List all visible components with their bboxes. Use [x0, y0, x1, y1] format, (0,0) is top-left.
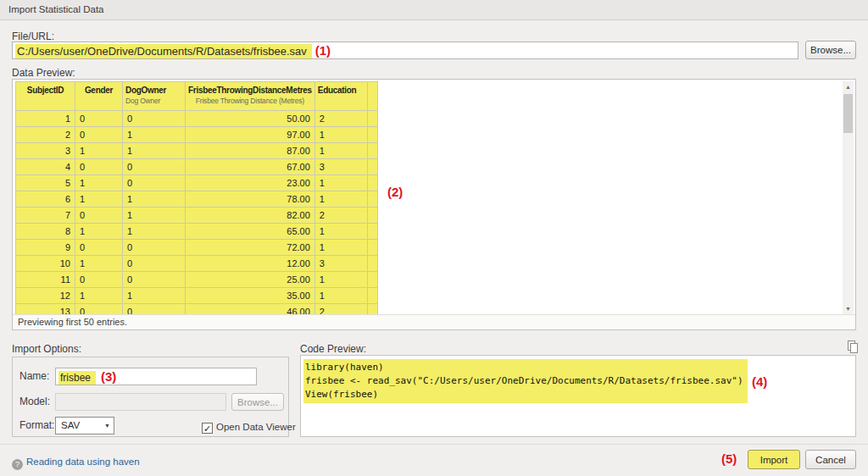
table-cell: 0 — [123, 256, 186, 272]
table-row: 90072.001 — [16, 240, 378, 256]
help-icon: ? — [12, 459, 23, 470]
table-cell: 1 — [123, 191, 186, 208]
scrollbar-thumb[interactable] — [843, 94, 853, 133]
open-data-viewer-label: Open Data Viewer — [216, 422, 296, 432]
table-cell: 65.00 — [186, 224, 315, 240]
annotation-1: (1) — [315, 43, 331, 58]
table-cell: 8 — [16, 224, 75, 240]
model-input[interactable] — [55, 393, 226, 411]
table-cell: 72.00 — [186, 240, 315, 256]
table-cell: 7 — [16, 208, 75, 224]
scroll-down-icon[interactable]: ▼ — [843, 303, 854, 314]
scroll-up-icon[interactable]: ▲ — [843, 81, 854, 92]
annotation-3: (3) — [101, 369, 116, 384]
table-cell: 78.00 — [186, 191, 315, 208]
code-line-1: library(haven) — [305, 361, 746, 374]
table-cell: 4 — [16, 159, 75, 175]
table-row: 70182.002 — [16, 208, 378, 224]
annotation-2: (2) — [387, 185, 403, 199]
table-cell: 6 — [16, 191, 75, 208]
table-cell: 9 — [16, 240, 75, 256]
table-cell: 2 — [314, 208, 367, 224]
bottom-divider — [0, 444, 868, 445]
table-cell: 1 — [123, 143, 186, 159]
table-cell: 1 — [75, 175, 123, 191]
import-button[interactable]: Import — [748, 450, 800, 469]
table-cell — [367, 272, 377, 288]
table-cell: 97.00 — [186, 127, 315, 143]
browse-button[interactable]: Browse... — [805, 41, 856, 59]
checkbox-check-icon: ✓ — [202, 423, 213, 434]
model-label: Model: — [19, 396, 50, 407]
open-data-viewer-checkbox[interactable]: ✓Open Data Viewer — [202, 418, 296, 434]
column-header-gender[interactable]: Gender — [75, 82, 123, 111]
table-cell: 1 — [123, 127, 186, 143]
table-cell: 50.00 — [186, 111, 315, 127]
format-select[interactable]: SAV▼ — [55, 417, 114, 434]
table-cell: 11 — [16, 272, 75, 288]
table-cell: 12.00 — [186, 256, 315, 272]
column-header-subjectid[interactable]: SubjectID — [16, 82, 75, 111]
table-cell — [367, 191, 377, 208]
vertical-scrollbar[interactable]: ▲ ▼ — [843, 81, 854, 314]
table-cell: 1 — [314, 143, 367, 159]
name-input[interactable]: frisbee(3) — [55, 368, 257, 385]
format-selected-value: SAV — [61, 420, 80, 430]
table-cell: 0 — [75, 208, 123, 224]
table-row: 31187.001 — [16, 143, 378, 159]
format-label: Format: — [19, 419, 54, 431]
table-cell: 1 — [75, 256, 123, 272]
table-row: 101012.003 — [16, 256, 378, 272]
copy-icon[interactable] — [847, 340, 859, 354]
table-cell: 2 — [16, 127, 75, 143]
code-preview-box[interactable]: library(haven) frisbee <- read_sav("C:/U… — [300, 355, 856, 437]
table-cell: 1 — [314, 240, 367, 256]
table-cell: 0 — [123, 159, 186, 175]
table-cell: 1 — [75, 288, 123, 304]
table-cell: 3 — [16, 143, 75, 159]
table-cell — [367, 127, 377, 143]
file-url-input[interactable]: C:/Users/user/OneDrive/Documents/R/Datas… — [12, 42, 798, 59]
table-cell — [367, 240, 377, 256]
table-row: 20197.001 — [16, 127, 378, 143]
name-label: Name: — [19, 370, 49, 382]
table-row: 81165.001 — [16, 224, 378, 240]
column-header-dogowner[interactable]: DogOwnerDog Owner — [123, 82, 186, 111]
table-cell: 1 — [314, 288, 367, 304]
table-cell: 12 — [16, 288, 75, 304]
table-cell — [367, 208, 377, 224]
table-cell: 1 — [123, 288, 186, 304]
table-cell: 87.00 — [186, 143, 315, 159]
annotation-4: (4) — [752, 374, 767, 389]
table-cell: 82.00 — [186, 208, 315, 224]
column-header-frisbeethrowingdistancemetres[interactable]: FrisbeeThrowingDistanceMetresFrisbee Thr… — [186, 82, 315, 111]
table-cell: 1 — [75, 224, 123, 240]
model-browse-button[interactable]: Browse... — [231, 393, 284, 411]
table-cell: 3 — [314, 159, 367, 175]
table-row: 10050.002 — [16, 111, 378, 127]
preview-table-body: 10050.00220197.00131187.00140067.0035102… — [16, 111, 378, 320]
table-cell: 1 — [314, 175, 367, 191]
annotation-5: (5) — [721, 451, 737, 466]
cancel-button[interactable]: Cancel — [805, 450, 856, 469]
table-row: 110025.001 — [16, 272, 378, 288]
table-cell: 1 — [123, 224, 186, 240]
code-line-2: frisbee <- read_sav("C:/Users/user/OneDr… — [305, 374, 746, 388]
data-preview-panel[interactable]: SubjectIDGenderDogOwnerDog OwnerFrisbeeT… — [12, 79, 856, 330]
table-cell — [367, 159, 377, 175]
column-header-education[interactable]: Education — [314, 82, 367, 111]
import-statistical-data-dialog: Import Statistical Data File/URL: C:/Use… — [0, 0, 868, 476]
table-cell — [367, 256, 377, 272]
file-url-value: C:/Users/user/OneDrive/Documents/R/Datas… — [15, 44, 312, 58]
table-cell: 0 — [123, 240, 186, 256]
table-cell: 0 — [75, 272, 123, 288]
table-cell: 0 — [75, 159, 123, 175]
code-line-3: View(frisbee) — [305, 388, 746, 401]
column-header-empty — [367, 82, 377, 111]
table-cell: 1 — [314, 127, 367, 143]
table-cell: 0 — [123, 111, 186, 127]
table-cell: 0 — [123, 272, 186, 288]
table-cell — [367, 111, 377, 127]
help-link[interactable]: ?Reading data using haven — [12, 453, 140, 470]
chevron-down-icon: ▼ — [104, 418, 110, 434]
